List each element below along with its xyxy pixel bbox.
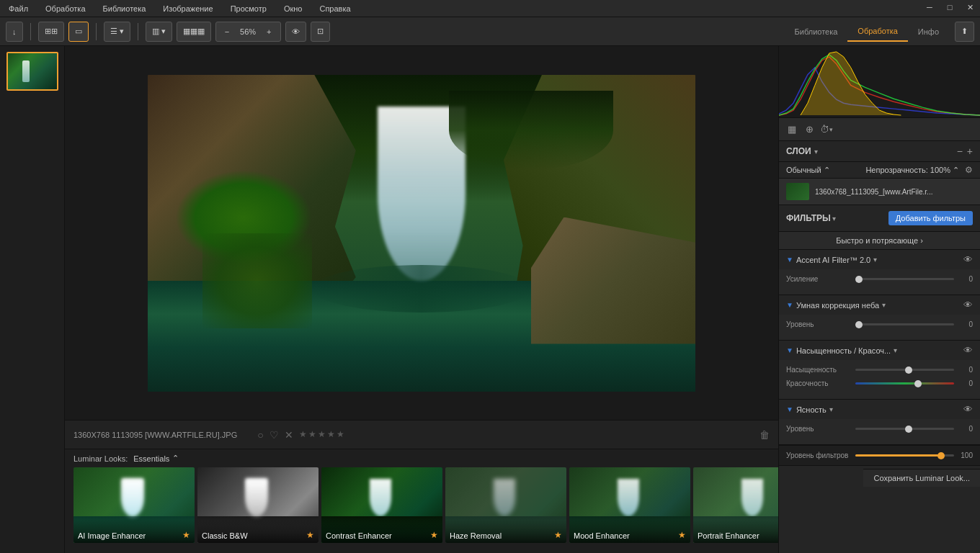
filter-level-track[interactable] [855,454,954,457]
split-icon: ⊡ [317,27,324,36]
histogram-btn[interactable]: ▦▦▦ [177,22,211,42]
maximize-button[interactable]: □ [940,0,960,14]
slider-thumb[interactable] [855,276,863,283]
slider-track[interactable] [855,323,954,325]
filter-clarity-header[interactable]: ▼ Ясность ▾ 👁 [779,400,980,419]
filmstrip-thumbnail[interactable] [6,52,58,91]
minimize-button[interactable]: ─ [919,0,940,14]
slider-thumb[interactable] [905,367,912,374]
layer-controls: Обычный ⌃ Непрозрачность: 100% ⌃ ⚙ [779,162,980,179]
slider-track[interactable] [855,369,954,371]
tab-library[interactable]: Библиотека [785,22,848,42]
look-mood-enhancer[interactable]: Mood Enhancer ★ [569,467,690,543]
star-rating[interactable]: ★★★★★ [299,429,346,441]
filter-sat-eye[interactable]: 👁 [963,345,973,356]
layer-settings-icon[interactable]: ⚙ [965,165,973,175]
download-button[interactable]: ↓ [6,22,23,42]
clock-tab-icon[interactable]: ⏱ ▾ [819,122,834,137]
layer-opacity-selector[interactable]: Непрозрачность: 100% ⌃ [865,166,959,175]
zoom-plus-button[interactable]: + [264,22,274,42]
list-view-button[interactable]: ☰ ▾ [104,22,130,42]
save-looks-button[interactable]: Сохранить Luminar Look... [863,469,980,487]
menu-process[interactable]: Обработка [43,3,88,14]
look-portrait-enhancer[interactable]: Portrait Enhancer ☆ [693,467,778,543]
layer-mode-selector[interactable]: Обычный ⌃ [786,166,830,175]
heart-icon[interactable]: ♡ [270,429,279,441]
look-star-contrast[interactable]: ★ [430,530,438,540]
window-controls: ─ □ ✕ [919,0,980,14]
look-label-mood: Mood Enhancer ★ [569,520,690,543]
look-label-ai: AI Image Enhancer ★ [74,520,195,543]
look-star-ai[interactable]: ★ [182,530,190,540]
grid-view-button[interactable]: ⊞⊞ [38,22,64,42]
look-classic-bw[interactable]: Classic B&W ★ [197,467,318,543]
look-star-mood[interactable]: ★ [678,530,686,540]
layers-tab-icon[interactable]: ⊕ [802,122,816,137]
slider-track-colorful[interactable] [855,382,954,385]
filter-sat-title: Насыщенность / Красоч... [796,346,891,355]
download-icon: ↓ [12,27,17,36]
menu-library[interactable]: Библиотека [100,3,149,14]
main-image[interactable] [148,75,695,392]
filter-level-fill [855,454,939,457]
slider-насыщенность: Насыщенность 0 [786,366,973,374]
look-haze-removal[interactable]: Haze Removal ★ [445,467,566,543]
reject-icon[interactable]: ✕ [285,429,293,441]
looks-header: Luminar Looks: Essentials ⌃ [65,449,778,467]
tab-info[interactable]: Инфо [908,22,949,42]
trash-button[interactable]: 🗑 [760,429,770,441]
filter-accent-ai-header[interactable]: ▼ Accent AI Filter™ 2.0 ▾ 👁 [779,250,980,269]
slider-track[interactable] [855,428,954,430]
layers-add-btn[interactable]: + [967,145,973,157]
layers-dropdown-icon[interactable]: ▾ [814,148,818,156]
layers-actions: − + [957,145,973,157]
filter-chevron-sat: ▼ [786,346,793,354]
layers-minimize-btn[interactable]: − [957,145,963,157]
filter-level-thumb[interactable] [937,452,945,459]
filter-chevron-sky: ▼ [786,301,793,309]
menu-image[interactable]: Изображение [160,3,215,14]
single-view-button[interactable]: ▭ [68,22,89,42]
tab-process[interactable]: Обработка [847,22,907,42]
close-button[interactable]: ✕ [960,0,980,14]
eye-button[interactable]: 👁 [285,22,306,42]
look-star-haze[interactable]: ★ [554,530,562,540]
slider-value: 0 [958,366,973,374]
panel-icon-tabs: ▦ ⊕ ⏱ ▾ [779,118,980,141]
slider-thumb[interactable] [914,380,922,387]
filter-accent-ai: ▼ Accent AI Filter™ 2.0 ▾ 👁 Усиление 0 [779,250,980,295]
canvas-area [65,46,778,420]
split-button[interactable]: ⊡ [311,22,330,42]
toolbar: ↓ ⊞⊞ ▭ ☰ ▾ ▥ ▾ ▦▦▦ − 56% + 👁 ⊡ Библиотек… [0,17,980,46]
slider-thumb[interactable] [905,426,912,433]
add-filter-button[interactable]: Добавить фильтры [888,211,973,225]
look-label-haze: Haze Removal ★ [445,520,566,543]
histogram-tab-icon[interactable]: ▦ [785,122,799,137]
panel-tab-icons: ▦ ⊕ ⏱ ▾ [785,122,834,137]
look-star-bw[interactable]: ★ [306,530,314,540]
filter-sky-header[interactable]: ▼ Умная коррекция неба ▾ 👁 [779,295,980,315]
preset-button[interactable]: Быстро и потрясающе › [779,232,980,250]
slider-thumb[interactable] [855,321,863,328]
panels-button[interactable]: ▥ ▾ [146,22,172,42]
filter-sky-title: Умная коррекция неба [796,301,879,310]
slider-value: 0 [958,320,973,328]
look-contrast-enhancer[interactable]: Contrast Enhancer ★ [321,467,442,543]
export-button[interactable]: ⬆ [955,22,974,42]
filter-sky-eye[interactable]: 👁 [963,300,973,310]
filter-clarity-eye[interactable]: 👁 [963,404,973,415]
zoom-value: 56% [235,27,261,36]
looks-category-button[interactable]: Essentials ⌃ [133,454,179,463]
filter-accent-eye[interactable]: 👁 [963,254,973,265]
circle-icon[interactable]: ○ [257,429,263,441]
filter-sat-header[interactable]: ▼ Насыщенность / Красоч... ▾ 👁 [779,341,980,360]
zoom-minus-button[interactable]: − [222,22,232,42]
menu-window[interactable]: Окно [281,3,306,14]
filters-dropdown[interactable]: ▾ [832,215,836,222]
menu-file[interactable]: Файл [6,3,31,14]
menu-view[interactable]: Просмотр [228,3,270,14]
menu-help[interactable]: Справка [316,3,353,14]
slider-track[interactable] [855,278,954,280]
look-ai-image-enhancer[interactable]: AI Image Enhancer ★ [74,467,195,543]
filter-chevron-accent: ▼ [786,256,793,264]
